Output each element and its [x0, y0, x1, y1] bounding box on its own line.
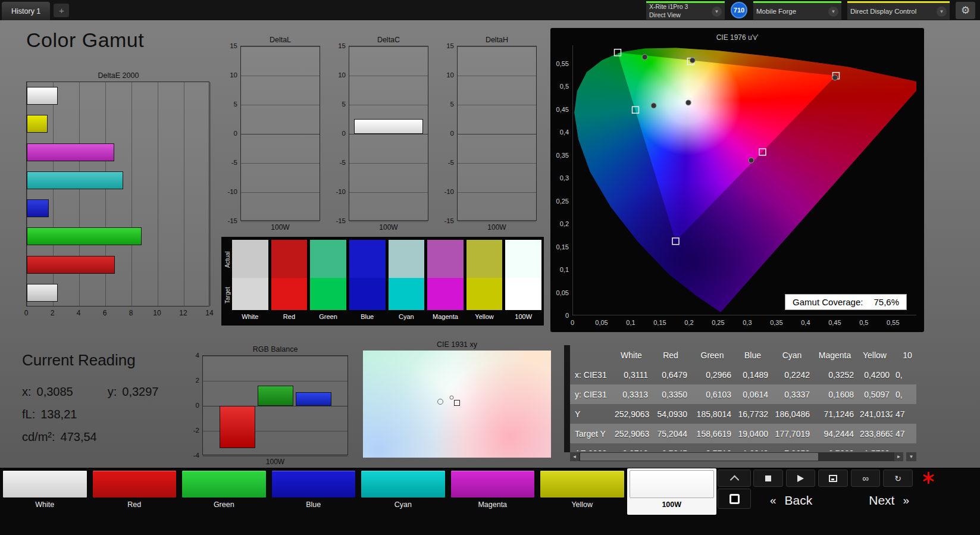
chevron-down-icon[interactable]: ▼ — [712, 7, 722, 17]
cell-value: 0,6479 — [651, 370, 690, 380]
y-axis: 151050-5-10-15 — [442, 46, 457, 221]
row-label: y: CIE31 — [570, 390, 612, 399]
workflow-dropdown[interactable]: Mobile Forge ▼ — [753, 1, 841, 20]
history-tab[interactable]: History 1 — [2, 2, 50, 20]
deltah-chart: DeltaH 151050-5-10-15 100W — [442, 36, 538, 231]
swatch-yellow: Yellow — [466, 240, 503, 326]
meter-dropdown[interactable]: X-Rite i1Pro 3 Direct View ▼ — [646, 1, 725, 20]
table-row[interactable]: x: CIE310,31110,64790,29660,14890,22420,… — [570, 365, 916, 384]
actual-swatch — [271, 240, 308, 278]
settings-gear-button[interactable]: ⚙ — [956, 2, 975, 19]
refresh-icon: ↻ — [894, 474, 901, 483]
x-tick-label: 2 — [51, 309, 55, 317]
scroll-left-arrow-icon[interactable]: ◄ — [570, 452, 579, 461]
gridline — [458, 46, 536, 47]
patch-red[interactable]: Red — [90, 468, 180, 515]
swatch-white: White — [232, 240, 268, 326]
table-rows: x: CIE310,31110,64790,29660,14890,22420,… — [570, 365, 916, 451]
table-header: WhiteRedGreenBlueCyanMagentaYellow10 — [570, 345, 916, 365]
display-control-dropdown[interactable]: Direct Display Control ▼ — [847, 1, 950, 20]
swatch-axis-labels: Actual Target — [223, 240, 232, 326]
swatch-label: Magenta — [427, 310, 464, 320]
chevron-right-icon: » — [903, 494, 909, 507]
save-button[interactable] — [818, 470, 848, 487]
play-button[interactable] — [786, 470, 816, 487]
cie1931-marker-circle-small — [449, 396, 453, 400]
pattern-window-button[interactable] — [718, 489, 751, 509]
add-tab-button[interactable]: + — [54, 4, 69, 17]
gridline — [241, 105, 320, 105]
y-tick-label: -15 — [444, 217, 454, 224]
chevron-down-icon[interactable]: ▼ — [828, 7, 838, 17]
patch-cyan[interactable]: Cyan — [358, 468, 448, 515]
actual-row-label: Actual — [224, 240, 231, 279]
y-tick-label: -10 — [336, 188, 346, 195]
gridline — [458, 76, 536, 76]
gridline — [241, 192, 320, 193]
patch-label: 100W — [630, 498, 715, 509]
scroll-right-arrow-icon[interactable]: ► — [894, 452, 903, 461]
patch-green[interactable]: Green — [179, 468, 269, 515]
workflow-label: Mobile Forge — [756, 7, 828, 16]
swatch-label: Green — [310, 310, 346, 320]
gamut-markers — [573, 45, 916, 315]
reading-value: 0,3085 — [37, 385, 73, 399]
patch-magenta[interactable]: Magenta — [448, 468, 538, 515]
rgb-bar-red — [220, 406, 255, 448]
pattern-controls — [718, 470, 751, 509]
actual-swatch — [389, 240, 425, 278]
cell-value: 0, — [893, 370, 916, 380]
back-button[interactable]: « Back — [770, 493, 812, 508]
cie-x-tick: 0,45 — [828, 319, 841, 326]
table-row[interactable]: Y252,906354,0930185,801416,7732186,04867… — [570, 404, 916, 424]
square-icon — [729, 494, 740, 504]
chevron-down-icon[interactable]: ▼ — [937, 7, 947, 17]
column-header: 10 — [893, 351, 916, 360]
cell-value: 2,3712 — [612, 449, 651, 452]
save-icon — [829, 475, 837, 482]
current-reading-title: Current Reading — [22, 351, 158, 370]
continuous-measure-button[interactable]: ∞ — [851, 470, 881, 487]
cie-y-tick: 0 — [550, 312, 569, 319]
rgb-balance-chart: RGB Balance 420-2-4 100W — [188, 345, 350, 466]
meter-status-badge[interactable]: 710 — [731, 2, 747, 18]
stop-button[interactable] — [753, 470, 783, 487]
gridline — [131, 82, 132, 306]
swatch-red: Red — [271, 240, 308, 326]
patch-white[interactable]: White — [0, 468, 90, 515]
table-horizontal-scrollbar[interactable]: ◄ ► — [570, 452, 903, 461]
scrollbar-thumb[interactable] — [580, 453, 818, 461]
row-label: x: CIE31 — [570, 370, 612, 380]
target-swatch — [310, 278, 346, 310]
rgb-bar-blue — [296, 392, 331, 406]
scroll-down-arrow-icon[interactable]: ▼ — [906, 452, 916, 461]
cie-y-tick: 0,55 — [550, 60, 569, 67]
cell-value: 0,2966 — [690, 370, 734, 380]
table-gutter — [564, 345, 570, 452]
target-row-label: Target — [224, 279, 231, 311]
cell-value: 71,1246 — [813, 409, 857, 419]
table-row[interactable]: y: CIE310,33130,33500,61030,06140,33370,… — [570, 384, 916, 404]
cell-value: 6,7039 — [813, 449, 857, 452]
cie-y-tick: 0,1 — [550, 266, 569, 273]
gridline — [458, 163, 536, 164]
next-button[interactable]: Next » — [869, 493, 909, 508]
patch-100w[interactable]: 100W — [627, 468, 717, 515]
cell-value: 16,7732 — [734, 409, 771, 419]
swatch-panel: Actual Target WhiteRedGreenBlueCyanMagen… — [221, 237, 544, 326]
refresh-button[interactable]: ↻ — [883, 470, 913, 487]
gridline — [349, 134, 428, 134]
swatch-label: 100W — [505, 310, 541, 320]
reading-x: x: 0,3085 — [22, 385, 73, 399]
table-row[interactable]: ΔE 20002,37126,73458,77161,69497,36536,7… — [570, 443, 916, 451]
cie-y-tick: 0,5 — [550, 83, 569, 90]
cell-value: 241,0132 — [857, 409, 893, 419]
cell-value: 0,3337 — [771, 390, 813, 399]
y-tick-label: 0 — [450, 130, 454, 137]
table-row[interactable]: Target Y252,906375,2044158,661919,040017… — [570, 424, 916, 443]
y-axis: 151050-5-10-15 — [225, 46, 240, 221]
patch-yellow[interactable]: Yellow — [537, 468, 627, 515]
collapse-panel-button[interactable] — [718, 470, 751, 487]
target-swatch — [427, 278, 464, 310]
patch-blue[interactable]: Blue — [269, 468, 359, 515]
